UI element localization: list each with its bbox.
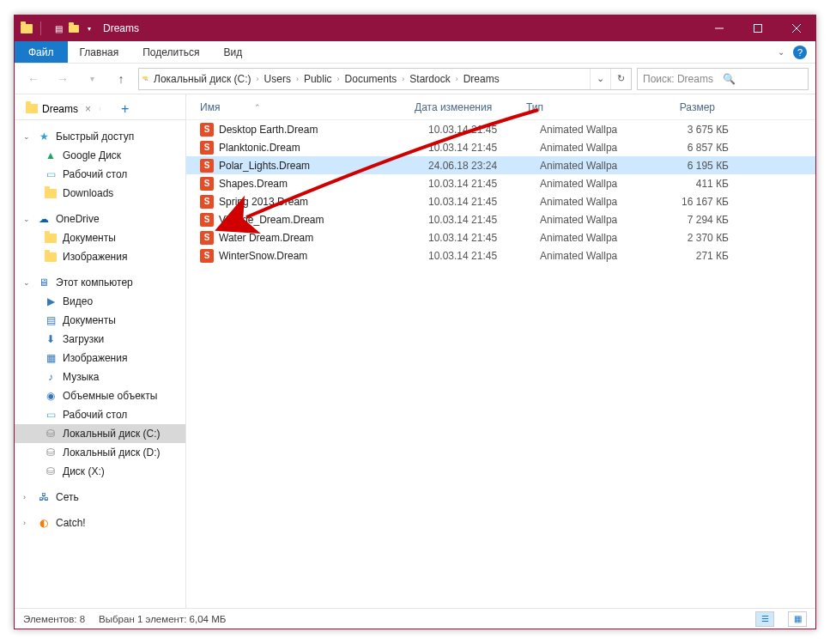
- crumb-2[interactable]: Public: [300, 73, 336, 85]
- file-size: 271 КБ: [651, 250, 729, 262]
- file-size: 3 675 КБ: [651, 124, 729, 136]
- file-row[interactable]: SPolar_Lights.Dream24.06.18 23:24Animate…: [186, 156, 815, 174]
- file-type-icon: S: [200, 213, 214, 227]
- nav-tab-strip: Dreams × +: [15, 98, 185, 120]
- status-selection: Выбран 1 элемент: 6,04 МБ: [99, 614, 226, 624]
- file-type: Animated Wallpa: [540, 214, 651, 226]
- file-row[interactable]: SVintage_Dream.Dream10.03.14 21:45Animat…: [186, 210, 815, 228]
- sidebar-item-desktop2[interactable]: ▭Рабочий стол: [15, 405, 185, 424]
- file-date: 10.03.14 21:45: [428, 250, 540, 262]
- sidebar-item-video[interactable]: ▶Видео: [15, 292, 185, 311]
- help-icon[interactable]: ?: [793, 46, 807, 59]
- quick-access-toolbar: ▤ ▾: [51, 21, 96, 35]
- sidebar-item-desktop[interactable]: ▭Рабочий стол: [15, 165, 185, 184]
- col-size[interactable]: Размер: [638, 101, 715, 113]
- nav-tab-add-button[interactable]: +: [114, 101, 136, 117]
- file-name: Water Dream.Dream: [219, 232, 428, 244]
- nav-back-button[interactable]: ←: [21, 67, 45, 91]
- sidebar-network[interactable]: ›🖧Сеть: [15, 488, 185, 507]
- col-type[interactable]: Тип: [526, 101, 638, 113]
- folder-icon: [44, 186, 58, 200]
- file-row[interactable]: SWater Dream.Dream10.03.14 21:45Animated…: [186, 228, 815, 246]
- sidebar-item-images[interactable]: Изображения: [15, 247, 185, 266]
- music-icon: ♪: [44, 370, 58, 384]
- col-date[interactable]: Дата изменения: [415, 101, 526, 113]
- folder-icon: [44, 231, 58, 245]
- file-rows[interactable]: SDesktop Earth.Dream10.03.14 21:45Animat…: [186, 120, 815, 608]
- file-type-icon: S: [200, 141, 214, 155]
- sidebar-item-docs[interactable]: ▤Документы: [15, 311, 185, 330]
- file-date: 10.03.14 21:45: [428, 142, 540, 154]
- minimize-button[interactable]: [700, 15, 738, 41]
- file-row[interactable]: SSpring 2013.Dream10.03.14 21:45Animated…: [186, 192, 815, 210]
- file-size: 6 857 КБ: [651, 142, 729, 154]
- status-count: Элементов: 8: [23, 614, 85, 624]
- address-bar[interactable]: « Локальный диск (C:)› Users› Public› Do…: [138, 68, 632, 90]
- file-name: Vintage_Dream.Dream: [219, 214, 428, 226]
- maximize-button[interactable]: [738, 15, 777, 41]
- file-type: Animated Wallpa: [540, 124, 651, 136]
- crumb-5[interactable]: Dreams: [460, 73, 503, 85]
- nav-recent-button[interactable]: ▾: [80, 67, 104, 91]
- file-size: 2 370 КБ: [651, 232, 729, 244]
- sidebar-catch[interactable]: ›◐Catch!: [15, 513, 185, 532]
- qat-properties-icon[interactable]: ▤: [51, 21, 65, 35]
- refresh-button[interactable]: ↻: [610, 69, 631, 89]
- file-type: Animated Wallpa: [540, 232, 651, 244]
- crumb-4[interactable]: Stardock: [406, 73, 453, 85]
- sidebar-item-gdrive[interactable]: ▲Google Диск: [15, 146, 185, 165]
- sidebar-item-disk-c[interactable]: ⛁Локальный диск (C:): [15, 424, 185, 443]
- ribbon-tab-home[interactable]: Главная: [68, 41, 131, 63]
- sidebar-item-documents[interactable]: Документы: [15, 228, 185, 247]
- sidebar-item-dl[interactable]: ⬇Загрузки: [15, 330, 185, 349]
- file-type: Animated Wallpa: [540, 250, 651, 262]
- file-row[interactable]: SShapes.Dream10.03.14 21:45Animated Wall…: [186, 174, 815, 192]
- close-button[interactable]: [777, 15, 815, 41]
- sidebar-item-downloads[interactable]: Downloads: [15, 184, 185, 203]
- sidebar-item-img[interactable]: ▦Изображения: [15, 349, 185, 368]
- nav-forward-button: →: [51, 67, 75, 91]
- crumb-1[interactable]: Users: [261, 73, 294, 85]
- crumb-0[interactable]: Локальный диск (C:): [150, 73, 255, 85]
- pc-icon: 🖥: [37, 276, 51, 289]
- sidebar-item-music[interactable]: ♪Музыка: [15, 368, 185, 386]
- file-size: 7 294 КБ: [651, 214, 729, 226]
- view-icons-button[interactable]: ▦: [788, 611, 807, 627]
- search-icon: 🔍: [723, 73, 803, 85]
- sidebar-item-disk-x[interactable]: ⛁Диск (X:): [15, 462, 185, 481]
- address-dropdown-button[interactable]: ⌄: [590, 69, 610, 89]
- sidebar-item-disk-d[interactable]: ⛁Локальный диск (D:): [15, 443, 185, 462]
- title-bar[interactable]: ▤ ▾ Dreams: [15, 15, 815, 41]
- app-icon: [20, 21, 33, 35]
- ribbon-tab-view[interactable]: Вид: [211, 41, 254, 63]
- file-row[interactable]: SDesktop Earth.Dream10.03.14 21:45Animat…: [186, 120, 815, 138]
- navigation-pane[interactable]: Dreams × + ⌄★Быстрый доступ ▲Google Диск…: [15, 94, 186, 608]
- folder-icon: [44, 250, 58, 264]
- ribbon-tab-share[interactable]: Поделиться: [130, 41, 211, 63]
- sidebar-onedrive[interactable]: ⌄☁OneDrive: [15, 210, 185, 228]
- sidebar-this-pc[interactable]: ⌄🖥Этот компьютер: [15, 273, 185, 292]
- qat-customize-icon[interactable]: ▾: [82, 21, 96, 35]
- search-box[interactable]: Поиск: Dreams 🔍: [637, 68, 809, 90]
- view-details-button[interactable]: ☰: [755, 611, 774, 627]
- navigation-row: ← → ▾ ↑ « Локальный диск (C:)› Users› Pu…: [15, 64, 815, 94]
- file-type-icon: S: [200, 249, 214, 263]
- file-name: WinterSnow.Dream: [219, 250, 428, 262]
- file-size: 411 КБ: [651, 178, 729, 190]
- col-name[interactable]: Имя: [200, 101, 220, 113]
- sidebar-item-3d[interactable]: ◉Объемные объекты: [15, 386, 185, 405]
- file-row[interactable]: SPlanktonic.Dream10.03.14 21:45Animated …: [186, 138, 815, 156]
- column-headers[interactable]: Имя⌃ Дата изменения Тип Размер: [186, 94, 815, 120]
- star-icon: ★: [37, 130, 51, 143]
- nav-tab-close-icon[interactable]: ×: [85, 103, 91, 115]
- nav-up-button[interactable]: ↑: [109, 67, 133, 91]
- downloads-icon: ⬇: [44, 332, 58, 346]
- nav-tab-dreams[interactable]: Dreams ×: [20, 100, 96, 118]
- ribbon-expand-icon[interactable]: ⌄: [778, 47, 785, 57]
- qat-newfolder-icon[interactable]: [67, 21, 81, 35]
- explorer-window: ▤ ▾ Dreams Файл Главная Поделиться Вид ⌄: [14, 15, 816, 629]
- ribbon-file-tab[interactable]: Файл: [15, 41, 68, 63]
- crumb-3[interactable]: Documents: [342, 73, 401, 85]
- sidebar-quick-access[interactable]: ⌄★Быстрый доступ: [15, 127, 185, 146]
- file-row[interactable]: SWinterSnow.Dream10.03.14 21:45Animated …: [186, 246, 815, 264]
